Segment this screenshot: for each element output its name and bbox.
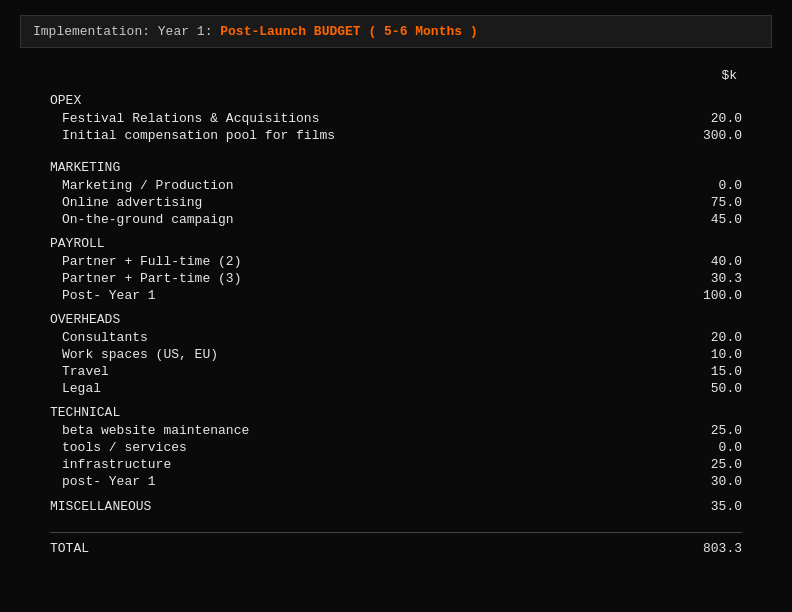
row-legal: Legal 50.0 [50, 380, 742, 397]
row-value: 75.0 [682, 195, 742, 210]
column-header: $k [657, 68, 737, 83]
total-row: TOTAL 803.3 [50, 541, 742, 556]
total-section: TOTAL 803.3 [50, 532, 742, 556]
row-value: 45.0 [682, 212, 742, 227]
row-label: Post- Year 1 [50, 288, 156, 303]
row-label: Online advertising [50, 195, 202, 210]
row-value: 30.0 [682, 474, 742, 489]
row-value: 0.0 [682, 178, 742, 193]
row-label: Legal [50, 381, 101, 396]
row-workspaces: Work spaces (US, EU) 10.0 [50, 346, 742, 363]
title-bar: Implementation: Year 1: Post-Launch BUDG… [20, 15, 772, 48]
section-payroll-header: PAYROLL [50, 236, 742, 251]
row-label: tools / services [50, 440, 187, 455]
row-value: 20.0 [682, 111, 742, 126]
row-label: Initial compensation pool for films [50, 128, 335, 143]
page-container: Implementation: Year 1: Post-Launch BUDG… [0, 0, 792, 612]
row-label: On-the-ground campaign [50, 212, 234, 227]
row-label: infrastructure [50, 457, 171, 472]
row-value: 300.0 [682, 128, 742, 143]
row-post-year1-payroll: Post- Year 1 100.0 [50, 287, 742, 304]
row-value: 25.0 [682, 423, 742, 438]
row-infrastructure: infrastructure 25.0 [50, 456, 742, 473]
section-overheads-header: OVERHEADS [50, 312, 742, 327]
header-row: $k [50, 68, 742, 83]
row-consultants: Consultants 20.0 [50, 329, 742, 346]
row-label: Partner + Part-time (3) [50, 271, 241, 286]
section-technical-header: TECHNICAL [50, 405, 742, 420]
row-compensation-pool: Initial compensation pool for films 300.… [50, 127, 742, 144]
row-value: 25.0 [682, 457, 742, 472]
row-value: 40.0 [682, 254, 742, 269]
title-prefix: Implementation: Year 1: [33, 24, 220, 39]
total-value: 803.3 [682, 541, 742, 556]
row-miscellaneous: MISCELLANEOUS 35.0 [50, 490, 742, 517]
title-highlight: Post-Launch BUDGET ( 5-6 Months ) [220, 24, 477, 39]
total-label: TOTAL [50, 541, 89, 556]
row-value: 0.0 [682, 440, 742, 455]
row-value: 50.0 [682, 381, 742, 396]
section-marketing-header: MARKETING [50, 160, 742, 175]
row-label: Festival Relations & Acquisitions [50, 111, 319, 126]
section-misc-header: MISCELLANEOUS [50, 499, 151, 514]
row-label: Consultants [50, 330, 148, 345]
row-partner-fulltime: Partner + Full-time (2) 40.0 [50, 253, 742, 270]
row-marketing-production: Marketing / Production 0.0 [50, 177, 742, 194]
row-value: 35.0 [682, 499, 742, 514]
row-value: 15.0 [682, 364, 742, 379]
row-beta-website: beta website maintenance 25.0 [50, 422, 742, 439]
content-area: $k OPEX Festival Relations & Acquisition… [20, 68, 772, 556]
row-on-the-ground: On-the-ground campaign 45.0 [50, 211, 742, 228]
row-label: beta website maintenance [50, 423, 249, 438]
row-value: 30.3 [682, 271, 742, 286]
row-online-advertising: Online advertising 75.0 [50, 194, 742, 211]
section-opex-header: OPEX [50, 93, 742, 108]
row-label: Marketing / Production [50, 178, 234, 193]
row-value: 20.0 [682, 330, 742, 345]
row-label: Travel [50, 364, 109, 379]
row-value: 10.0 [682, 347, 742, 362]
row-travel: Travel 15.0 [50, 363, 742, 380]
row-tools-services: tools / services 0.0 [50, 439, 742, 456]
row-label: Work spaces (US, EU) [50, 347, 218, 362]
row-label: Partner + Full-time (2) [50, 254, 241, 269]
row-partner-parttime: Partner + Part-time (3) 30.3 [50, 270, 742, 287]
row-post-year1-technical: post- Year 1 30.0 [50, 473, 742, 490]
row-value: 100.0 [682, 288, 742, 303]
row-label: post- Year 1 [50, 474, 156, 489]
row-festival-relations: Festival Relations & Acquisitions 20.0 [50, 110, 742, 127]
